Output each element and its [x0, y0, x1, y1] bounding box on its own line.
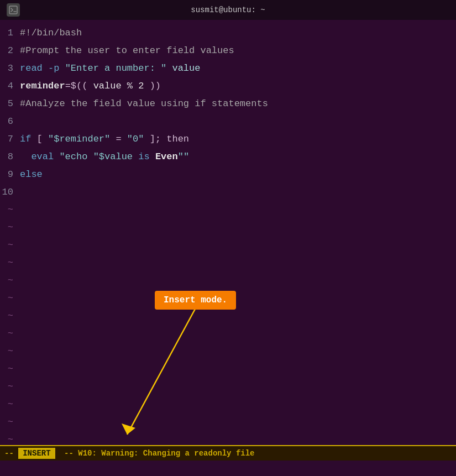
code-line-7: 7 if [ "$reminder" = "0" ]; then: [0, 130, 456, 148]
status-insert-badge: INSERT: [18, 448, 55, 459]
tilde-line: ~: [0, 201, 456, 219]
line-1-content: #!/bin/bash: [20, 24, 82, 42]
line-number-7: 7: [0, 130, 20, 148]
tilde-line: ~: [0, 414, 456, 431]
tilde-line: ~: [0, 325, 456, 343]
code-line-6: 6: [0, 113, 456, 130]
line-number-4: 4: [0, 77, 20, 95]
line-8-content: eval "echo "$value is Even"": [20, 148, 189, 166]
tilde-line: ~: [0, 307, 456, 325]
titlebar: susmit@ubuntu: ~: [0, 0, 456, 20]
status-dash-left: --: [4, 449, 18, 458]
code-line-9: 9 else: [0, 166, 456, 184]
tilde-line: ~: [0, 254, 456, 272]
line-number-6: 6: [0, 113, 20, 130]
code-line-8: 8 eval "echo "$value is Even"": [0, 148, 456, 166]
tilde-line: ~: [0, 396, 456, 414]
status-dash-right: --: [60, 449, 78, 458]
terminal-icon: [7, 3, 20, 17]
line-9-content: else: [20, 166, 43, 184]
line-2-content: #Prompt the user to enter field values: [20, 42, 234, 60]
tilde-line: ~: [0, 378, 456, 396]
window-title: susmit@ubuntu: ~: [191, 6, 265, 14]
tilde-line: ~: [0, 219, 456, 237]
editor-area: 1 #!/bin/bash 2 #Prompt the user to ente…: [0, 20, 456, 461]
line-7-content: if [ "$reminder" = "0" ]; then: [20, 130, 189, 148]
line-4-content: reminder=$(( value % 2 )): [20, 77, 161, 95]
line-number-1: 1: [0, 24, 20, 42]
line-number-3: 3: [0, 60, 20, 77]
code-line-3: 3 read -p "Enter a number: " value: [0, 60, 456, 77]
statusbar: -- INSERT -- W10: Warning: Changing a re…: [0, 445, 456, 461]
code-line-4: 4 reminder=$(( value % 2 )): [0, 77, 456, 95]
line-number-9: 9: [0, 166, 20, 184]
code-line-1: 1 #!/bin/bash: [0, 24, 456, 42]
code-line-2: 2 #Prompt the user to enter field values: [0, 42, 456, 60]
svg-rect-0: [9, 6, 17, 14]
code-line-10: 10: [0, 184, 456, 201]
tilde-line: ~: [0, 360, 456, 378]
line-number-5: 5: [0, 95, 20, 113]
tilde-line: ~: [0, 343, 456, 360]
tilde-line: ~: [0, 237, 456, 254]
status-message: W10: Warning: Changing a readonly file: [78, 449, 254, 458]
insert-mode-tooltip: Insert mode.: [155, 291, 236, 310]
code-line-5: 5 #Analyze the field value using if stat…: [0, 95, 456, 113]
code-content: 1 #!/bin/bash 2 #Prompt the user to ente…: [0, 20, 456, 461]
line-5-content: #Analyze the field value using if statem…: [20, 95, 268, 113]
line-number-2: 2: [0, 42, 20, 60]
line-number-10: 10: [0, 184, 20, 201]
line-3-content: read -p "Enter a number: " value: [20, 60, 200, 77]
line-number-8: 8: [0, 148, 20, 166]
tilde-line: ~: [0, 272, 456, 290]
